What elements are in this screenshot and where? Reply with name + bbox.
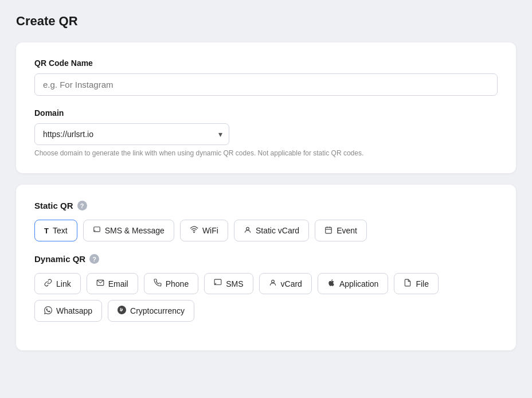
sms-message-icon xyxy=(93,226,101,236)
svg-point-1 xyxy=(194,232,194,232)
dynamic-type-file[interactable]: File xyxy=(394,273,439,294)
dynamic-type-email-label: Email xyxy=(108,279,128,288)
sms-icon xyxy=(214,279,222,288)
dynamic-type-whatsapp[interactable]: Whatsapp xyxy=(34,300,102,322)
domain-select[interactable]: https://urlsrt.io xyxy=(34,123,229,145)
dynamic-type-application-label: Application xyxy=(339,279,379,288)
bitcoin-icon xyxy=(118,306,126,316)
phone-icon xyxy=(154,279,162,288)
page-title: Create QR xyxy=(16,14,516,29)
qr-code-name-input[interactable] xyxy=(34,73,498,96)
static-qr-types-row: T Text SMS & Message WiFi Static vCard xyxy=(34,220,498,241)
dynamic-qr-label: Dynamic QR xyxy=(34,254,85,264)
domain-select-wrapper: https://urlsrt.io ▾ xyxy=(34,123,229,145)
file-icon xyxy=(404,279,412,288)
dynamic-type-email[interactable]: Email xyxy=(87,273,138,294)
dynamic-qr-header: Dynamic QR ? xyxy=(34,254,498,264)
dynamic-type-phone[interactable]: Phone xyxy=(144,273,198,294)
vcard-dynamic-icon xyxy=(269,279,277,288)
dynamic-qr-help-icon: ? xyxy=(89,254,99,264)
dynamic-type-link-label: Link xyxy=(56,279,71,288)
vcard-static-icon xyxy=(244,226,252,236)
dynamic-type-whatsapp-label: Whatsapp xyxy=(56,306,92,315)
dynamic-type-sms-label: SMS xyxy=(226,279,243,288)
static-qr-help-icon: ? xyxy=(77,201,87,210)
dynamic-type-file-label: File xyxy=(416,279,429,288)
dynamic-type-application[interactable]: Application xyxy=(318,273,389,294)
static-type-vcard[interactable]: Static vCard xyxy=(234,220,309,241)
static-type-wifi[interactable]: WiFi xyxy=(180,220,228,241)
text-type-icon: T xyxy=(44,227,49,235)
static-type-sms-message[interactable]: SMS & Message xyxy=(83,220,174,241)
apple-icon xyxy=(327,279,335,288)
static-type-vcard-label: Static vCard xyxy=(256,226,299,235)
domain-label: Domain xyxy=(34,108,498,118)
email-icon xyxy=(96,279,104,288)
name-domain-card: QR Code Name Domain https://urlsrt.io ▾ … xyxy=(16,42,516,173)
event-icon xyxy=(324,226,332,236)
domain-hint: Choose domain to generate the link with … xyxy=(34,149,498,157)
dynamic-type-vcard-label: vCard xyxy=(281,279,302,288)
dynamic-type-cryptocurrency-label: Cryptocurrency xyxy=(130,306,185,315)
wifi-icon xyxy=(190,225,198,236)
whatsapp-icon xyxy=(44,306,52,316)
dynamic-type-link[interactable]: Link xyxy=(34,273,81,294)
svg-point-2 xyxy=(247,227,249,230)
static-qr-label: Static QR xyxy=(34,201,73,210)
static-type-event-label: Event xyxy=(337,226,357,235)
qr-types-card: Static QR ? T Text SMS & Message WiFi St… xyxy=(16,185,516,350)
dynamic-type-sms[interactable]: SMS xyxy=(204,273,253,294)
svg-point-9 xyxy=(271,280,274,283)
dynamic-type-vcard[interactable]: vCard xyxy=(259,273,312,294)
svg-rect-3 xyxy=(326,227,332,233)
static-qr-header: Static QR ? xyxy=(34,201,498,210)
dynamic-type-phone-label: Phone xyxy=(166,279,189,288)
name-label: QR Code Name xyxy=(34,58,498,68)
static-type-wifi-label: WiFi xyxy=(202,226,218,235)
static-type-event[interactable]: Event xyxy=(315,220,367,241)
dynamic-qr-types-row: Link Email Phone SMS vCard xyxy=(34,273,498,322)
link-icon xyxy=(44,279,52,288)
static-type-sms-label: SMS & Message xyxy=(105,226,165,235)
dynamic-type-cryptocurrency[interactable]: Cryptocurrency xyxy=(108,300,194,322)
static-type-text-label: Text xyxy=(53,226,68,235)
static-type-text[interactable]: T Text xyxy=(34,220,77,241)
